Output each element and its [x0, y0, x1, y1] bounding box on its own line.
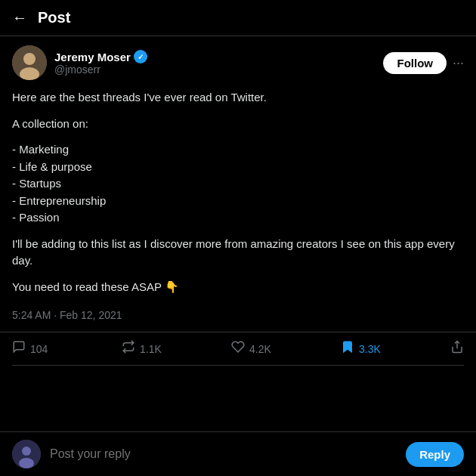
display-name[interactable]: Jeremy Moser	[54, 51, 131, 63]
svg-point-1	[23, 53, 36, 65]
reply-avatar	[12, 440, 41, 468]
comment-stat[interactable]: 104	[12, 340, 122, 357]
user-left: Jeremy Moser @jmoserr	[12, 45, 147, 80]
heart-icon	[231, 340, 245, 357]
reply-input[interactable]	[50, 447, 397, 461]
svg-point-6	[19, 458, 34, 468]
back-button[interactable]: ←	[12, 9, 27, 26]
avatar[interactable]	[12, 45, 47, 80]
tweet-line-2: A collection on:	[12, 116, 464, 133]
svg-point-5	[22, 447, 31, 456]
stats-row: 104 1.1K 4.	[12, 332, 464, 366]
more-options-icon[interactable]: ···	[453, 55, 464, 71]
header: ← Post	[0, 0, 476, 36]
timestamp: 5:24 AM · Feb 12, 2021	[12, 306, 464, 321]
twitter-post-page: ← Post Jeremy Moser @jm	[0, 0, 476, 476]
tweet-line-5: You need to read these ASAP 👇	[12, 279, 464, 296]
user-row: Jeremy Moser @jmoserr Follow ···	[12, 45, 464, 80]
tweet-content: Here are the best threads I've ever read…	[12, 89, 464, 295]
reply-button[interactable]: Reply	[406, 442, 464, 467]
username[interactable]: @jmoserr	[54, 63, 147, 76]
verified-icon	[134, 50, 147, 63]
tweet-line-1: Here are the best threads I've ever read…	[12, 89, 464, 107]
comment-icon	[12, 340, 26, 357]
like-count: 4.2K	[249, 343, 271, 355]
tweet-area: Jeremy Moser @jmoserr Follow ··· Here ar…	[0, 36, 476, 431]
page-title: Post	[38, 9, 70, 26]
retweet-icon	[122, 340, 135, 357]
user-right: Follow ···	[383, 52, 464, 74]
user-info: Jeremy Moser @jmoserr	[54, 50, 147, 76]
bookmark-count: 3.3K	[359, 343, 381, 355]
comment-count: 104	[30, 343, 48, 355]
share-icon[interactable]	[450, 340, 464, 357]
display-name-row: Jeremy Moser	[54, 50, 147, 63]
like-stat[interactable]: 4.2K	[231, 340, 341, 357]
follow-button[interactable]: Follow	[383, 52, 447, 74]
retweet-stat[interactable]: 1.1K	[122, 340, 231, 357]
tweet-line-4: I'll be adding to this list as I discove…	[12, 236, 464, 270]
reply-bar: Reply	[0, 431, 476, 476]
bookmark-stat[interactable]: 3.3K	[341, 340, 450, 357]
bookmark-icon	[341, 340, 354, 357]
retweet-count: 1.1K	[140, 343, 162, 355]
tweet-line-3: - Marketing - Life & purpose - Startups …	[12, 141, 464, 227]
